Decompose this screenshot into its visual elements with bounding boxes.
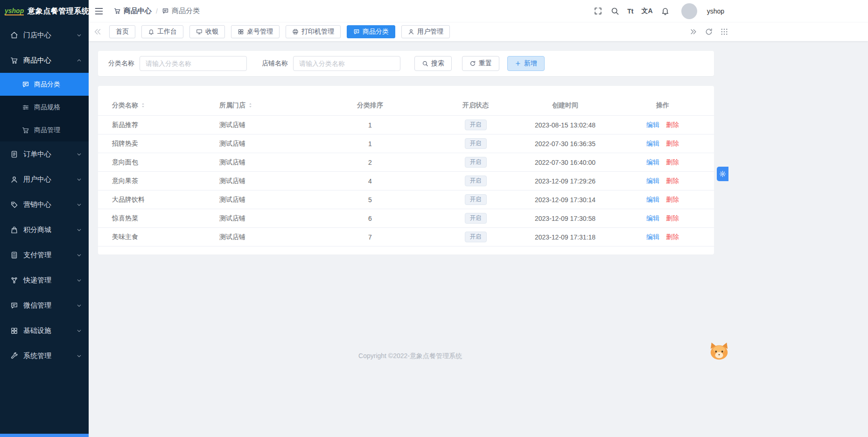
store-name-input[interactable] [293, 56, 400, 71]
monitor-icon [196, 28, 203, 35]
delete-link[interactable]: 删除 [666, 177, 679, 184]
caret-sort-icon[interactable] [247, 102, 253, 108]
sidebar-subitem-商品分类[interactable]: 商品分类 [0, 73, 89, 96]
breadcrumb-separator: / [156, 7, 158, 15]
column-header-分类排序: 分类排序 [308, 101, 432, 110]
delete-link[interactable]: 删除 [666, 233, 679, 240]
breadcrumb-item-商品中心[interactable]: 商品中心 [114, 7, 152, 15]
sidebar-subitem-商品规格[interactable]: 商品规格 [0, 96, 89, 119]
delete-link[interactable]: 删除 [666, 140, 679, 147]
sidebar-item-基础设施[interactable]: 基础设施 [0, 318, 89, 343]
column-header-创建时间: 创建时间 [519, 101, 611, 110]
tab-打印机管理[interactable]: 打印机管理 [286, 25, 341, 38]
edit-link[interactable]: 编辑 [646, 158, 659, 166]
cell-status: 开启 [432, 157, 519, 168]
tabs-scroll-right-icon[interactable] [689, 28, 698, 36]
cell-actions: 编辑删除 [611, 158, 714, 167]
cell-store-name: 测试店铺 [205, 121, 308, 129]
edit-link[interactable]: 编辑 [646, 214, 659, 222]
cell-status: 开启 [432, 194, 519, 205]
tab-工作台[interactable]: 工作台 [141, 25, 183, 38]
logo[interactable]: yshop 意象点餐管理系统 [0, 0, 89, 22]
sidebar-item-积分商城[interactable]: 积分商城 [0, 217, 89, 242]
tab-商品分类[interactable]: 商品分类 [347, 25, 395, 38]
delete-link[interactable]: 删除 [666, 158, 679, 166]
page: { "app": { "logo_text": "yshop", "title"… [0, 0, 868, 437]
cell-created-time: 2023-12-09 17:31:18 [519, 233, 611, 241]
column-header-分类名称[interactable]: 分类名称 [98, 101, 205, 110]
category-name-input[interactable] [140, 56, 247, 71]
tabs-scroll-left-icon[interactable] [93, 27, 102, 36]
cell-actions: 编辑删除 [611, 196, 714, 204]
breadcrumb: 商品中心/商品分类 [114, 7, 200, 15]
caret-sort-icon[interactable] [140, 102, 146, 108]
sidebar-item-快递管理[interactable]: 快递管理 [0, 268, 89, 293]
cell-sort-order: 6 [308, 215, 432, 222]
search-icon[interactable] [610, 7, 619, 15]
add-button[interactable]: 新增 [507, 56, 545, 71]
header: 商品中心/商品分类 Tt文A yshop [89, 0, 868, 22]
cell-category-name: 意向面包 [98, 158, 205, 167]
tab-用户管理[interactable]: 用户管理 [401, 25, 450, 38]
cell-category-name: 意向果茶 [98, 177, 205, 185]
cell-store-name: 测试店铺 [205, 158, 308, 167]
user-icon [408, 28, 414, 35]
cell-store-name: 测试店铺 [205, 214, 308, 223]
header-icon-group: Tt文A [594, 7, 669, 15]
font-size-icon[interactable]: Tt [627, 7, 633, 15]
sidebar-item-支付管理[interactable]: 支付管理 [0, 242, 89, 268]
sidebar-item-营销中心[interactable]: 营销中心 [0, 192, 89, 217]
tab-首页[interactable]: 首页 [109, 25, 135, 38]
edit-link[interactable]: 编辑 [646, 233, 659, 240]
sidebar-item-微信管理[interactable]: 微信管理 [0, 293, 89, 318]
sidebar-item-label: 用户中心 [23, 175, 76, 184]
delete-link[interactable]: 删除 [666, 121, 679, 128]
sidebar-item-系统管理[interactable]: 系统管理 [0, 343, 89, 368]
scrollbar-thumb[interactable] [0, 434, 89, 437]
cell-actions: 编辑删除 [611, 214, 714, 223]
status-badge: 开启 [465, 138, 487, 149]
tab-桌号管理[interactable]: 桌号管理 [231, 25, 280, 38]
edit-link[interactable]: 编辑 [646, 140, 659, 147]
tab-label: 收银 [205, 28, 218, 36]
reset-button[interactable]: 重置 [462, 56, 499, 71]
sidebar-subitem-商品管理[interactable]: 商品管理 [0, 119, 89, 141]
share-nodes-icon [10, 276, 18, 284]
search-button[interactable]: 搜索 [414, 56, 452, 71]
calculator-icon [10, 251, 18, 259]
hamburger-menu-icon[interactable] [94, 7, 104, 16]
column-header-label: 分类排序 [357, 101, 383, 110]
fullscreen-icon[interactable] [594, 7, 602, 15]
delete-link[interactable]: 删除 [666, 196, 679, 203]
sidebar-item-用户中心[interactable]: 用户中心 [0, 167, 89, 192]
sidebar-item-label: 商品中心 [23, 56, 76, 65]
sidebar-item-门店中心[interactable]: 门店中心 [0, 22, 89, 48]
column-header-label: 所属门店 [219, 101, 245, 110]
refresh-tab-icon[interactable] [705, 28, 713, 36]
edit-link[interactable]: 编辑 [646, 196, 659, 203]
edit-link[interactable]: 编辑 [646, 177, 659, 184]
username[interactable]: yshop [707, 7, 724, 15]
tab-options-icon[interactable] [720, 28, 728, 36]
cell-status: 开启 [432, 232, 519, 243]
sidebar-item-订单中心[interactable]: 订单中心 [0, 141, 89, 167]
translate-icon[interactable]: 文A [642, 7, 653, 15]
avatar[interactable] [681, 3, 697, 19]
cell-category-name: 美味主食 [98, 233, 205, 241]
cell-created-time: 2023-12-09 17:30:58 [519, 215, 611, 222]
breadcrumb-item-商品分类[interactable]: 商品分类 [162, 7, 200, 15]
mascot-fox-icon[interactable] [708, 340, 730, 362]
sliders-icon [22, 104, 29, 111]
doc-icon [10, 150, 18, 158]
chevron-down-icon [76, 202, 82, 208]
column-header-label: 开启状态 [462, 101, 489, 110]
status-badge: 开启 [465, 194, 487, 205]
delete-link[interactable]: 删除 [666, 214, 679, 222]
theme-settings-button[interactable] [717, 167, 728, 181]
chevron-down-icon [76, 328, 82, 334]
sidebar-item-商品中心[interactable]: 商品中心 [0, 48, 89, 73]
column-header-所属门店[interactable]: 所属门店 [205, 101, 308, 110]
tab-收银[interactable]: 收银 [189, 25, 225, 38]
edit-link[interactable]: 编辑 [646, 121, 659, 128]
bell-icon[interactable] [661, 7, 670, 15]
